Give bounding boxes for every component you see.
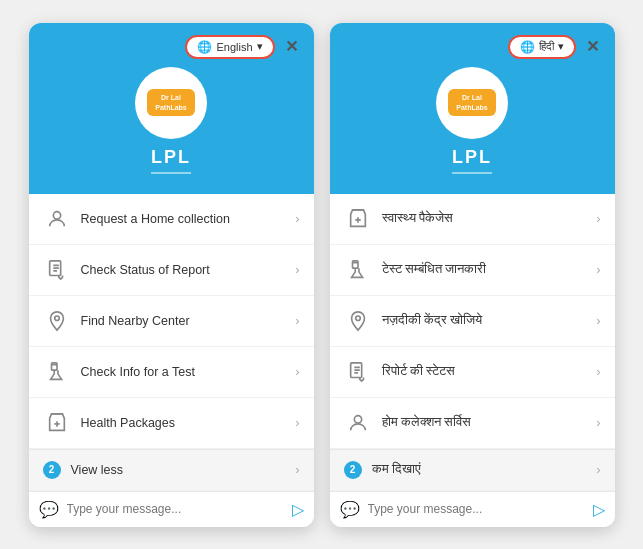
message-input-left[interactable] (67, 502, 284, 516)
chat-widget-english: 🌐 English ▾ ✕ Dr LalPathLabs LPL (29, 23, 314, 527)
menu-label-test-info-hi: टेस्ट सम्बंधित जानकारी (382, 262, 587, 277)
globe-icon-right: 🌐 (520, 40, 535, 54)
menu-item-health-packages-hi[interactable]: स्वास्थ्य पैकेजेस › (330, 194, 615, 245)
menu-label-home-collection: Request a Home collection (81, 212, 286, 226)
menu-label-nearby-hi: नज़दीकी केंद्र खोजिये (382, 313, 587, 328)
test-icon (43, 358, 71, 386)
menu-item-nearby-hi[interactable]: नज़दीकी केंद्र खोजिये › (330, 296, 615, 347)
menu-item-report-hi[interactable]: रिपोर्ट की स्टेटस › (330, 347, 615, 398)
arrow-health-packages: › (295, 415, 299, 430)
location-icon-hi (344, 307, 372, 335)
test-icon-hi (344, 256, 372, 284)
menu-item-home-collection-hi[interactable]: होम कलेक्शन सर्विस › (330, 398, 615, 449)
menu-label-nearby-center: Find Nearby Center (81, 314, 286, 328)
send-button-right[interactable]: ▷ (593, 500, 605, 519)
svg-point-11 (355, 315, 360, 320)
menu-label-check-info-test: Check Info for a Test (81, 365, 286, 379)
divider-left (151, 172, 191, 174)
arrow-report-hi: › (596, 364, 600, 379)
menu-list-english: Request a Home collection › Check Status… (29, 194, 314, 491)
header-english: 🌐 English ▾ ✕ Dr LalPathLabs LPL (29, 23, 314, 194)
arrow-view-less-left: › (295, 462, 299, 477)
bag-icon (43, 409, 71, 437)
menu-item-view-less-left[interactable]: 2 View less › (29, 449, 314, 491)
globe-icon-left: 🌐 (197, 40, 212, 54)
menu-label-home-collection-hi: होम कलेक्शन सर्विस (382, 415, 587, 430)
input-bar-right: 💬 ▷ (330, 491, 615, 527)
menu-item-nearby-center[interactable]: Find Nearby Center › (29, 296, 314, 347)
lang-button-english[interactable]: 🌐 English ▾ (185, 35, 274, 59)
lang-label-hindi: हिंदी (539, 40, 554, 53)
input-bar-left: 💬 ▷ (29, 491, 314, 527)
header-hindi: 🌐 हिंदी ▾ ✕ Dr LalPathLabs LPL (330, 23, 615, 194)
logo-text-right: Dr LalPathLabs (456, 93, 488, 111)
lang-bar-left: 🌐 English ▾ ✕ (41, 35, 302, 59)
menu-label-status-report: Check Status of Report (81, 263, 286, 277)
arrow-home-collection-hi: › (596, 415, 600, 430)
lang-label-english: English (216, 41, 252, 53)
menu-item-view-less-right[interactable]: 2 कम दिखाएं › (330, 449, 615, 491)
menu-item-test-info-hi[interactable]: टेस्ट सम्बंधित जानकारी › (330, 245, 615, 296)
dropdown-arrow-right: ▾ (558, 40, 564, 53)
view-less-num-left: 2 (43, 461, 61, 479)
dropdown-arrow-left: ▾ (257, 40, 263, 53)
menu-item-health-packages[interactable]: Health Packages › (29, 398, 314, 449)
menu-label-health-packages-hi: स्वास्थ्य पैकेजेस (382, 211, 587, 226)
document-icon (43, 256, 71, 284)
arrow-home-collection: › (295, 211, 299, 226)
arrow-test-info-hi: › (596, 262, 600, 277)
arrow-check-info-test: › (295, 364, 299, 379)
lang-button-hindi[interactable]: 🌐 हिंदी ▾ (508, 35, 576, 59)
avatar-left: Dr LalPathLabs (135, 67, 207, 139)
menu-label-view-less-right: कम दिखाएं (372, 462, 587, 477)
svg-point-0 (53, 211, 60, 218)
view-less-num-right: 2 (344, 461, 362, 479)
bot-name-left: LPL (151, 147, 191, 168)
chat-icon-left: 💬 (39, 500, 59, 519)
arrow-view-less-right: › (596, 462, 600, 477)
logo-right: Dr LalPathLabs (448, 89, 496, 115)
logo-left: Dr LalPathLabs (147, 89, 195, 115)
menu-item-home-collection[interactable]: Request a Home collection › (29, 194, 314, 245)
svg-point-2 (54, 315, 59, 320)
menu-list-hindi: स्वास्थ्य पैकेजेस › टेस्ट सम्बंधित जानका… (330, 194, 615, 491)
arrow-health-packages-hi: › (596, 211, 600, 226)
bag-icon-hi (344, 205, 372, 233)
svg-point-13 (354, 415, 361, 422)
menu-label-report-hi: रिपोर्ट की स्टेटस (382, 364, 587, 379)
arrow-nearby-hi: › (596, 313, 600, 328)
lang-bar-right: 🌐 हिंदी ▾ ✕ (342, 35, 603, 59)
menu-label-health-packages: Health Packages (81, 416, 286, 430)
menu-item-check-info-test[interactable]: Check Info for a Test › (29, 347, 314, 398)
send-button-left[interactable]: ▷ (292, 500, 304, 519)
arrow-nearby-center: › (295, 313, 299, 328)
location-icon (43, 307, 71, 335)
person-icon (43, 205, 71, 233)
menu-item-status-report[interactable]: Check Status of Report › (29, 245, 314, 296)
avatar-right: Dr LalPathLabs (436, 67, 508, 139)
main-container: 🌐 English ▾ ✕ Dr LalPathLabs LPL (0, 0, 643, 549)
close-button-right[interactable]: ✕ (582, 35, 603, 59)
close-button-left[interactable]: ✕ (281, 35, 302, 59)
person-icon-hi (344, 409, 372, 437)
document-icon-hi (344, 358, 372, 386)
arrow-status-report: › (295, 262, 299, 277)
chat-icon-right: 💬 (340, 500, 360, 519)
bot-name-right: LPL (452, 147, 492, 168)
chat-widget-hindi: 🌐 हिंदी ▾ ✕ Dr LalPathLabs LPL (330, 23, 615, 527)
logo-text-left: Dr LalPathLabs (155, 93, 187, 111)
divider-right (452, 172, 492, 174)
menu-label-view-less-left: View less (71, 463, 286, 477)
message-input-right[interactable] (368, 502, 585, 516)
